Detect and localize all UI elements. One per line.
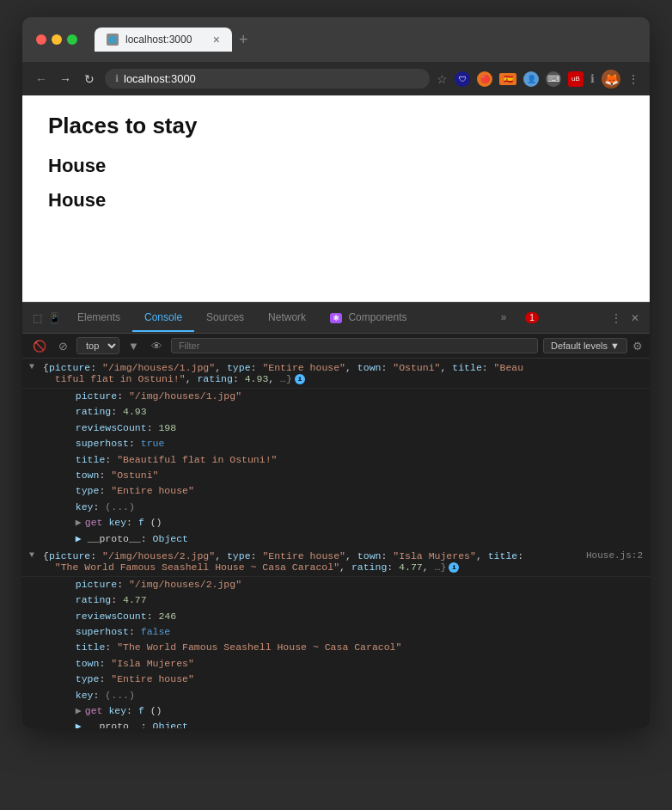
levels-chevron-icon: ▼: [610, 341, 620, 351]
shield-icon[interactable]: 🛡: [455, 71, 470, 87]
ublock-icon[interactable]: uB: [568, 71, 583, 87]
devtools-panel: ⬚ 📱 Elements Console Sources Network ⚛ C…: [22, 302, 650, 728]
more-options-icon[interactable]: ⋮: [627, 72, 639, 86]
console-entry-1-text: {picture: "/img/houses/1.jpg", type: "En…: [43, 362, 523, 384]
prop-town-1: town: "Ostuni": [22, 468, 650, 483]
more-tabs-button[interactable]: »: [489, 304, 519, 332]
traffic-lights: [36, 34, 77, 45]
profile-icon[interactable]: 🦊: [602, 70, 620, 89]
get-key-arrow-1[interactable]: ▶: [76, 517, 82, 528]
console-gear-icon[interactable]: ⚙: [632, 340, 643, 353]
address-bar: ← → ↻ ℹ localhost:3000 ☆ 🛡 🔴 🇪🇸 👤 ⌨ uB ℹ…: [22, 62, 650, 95]
info-icon[interactable]: ℹ: [590, 72, 595, 85]
refresh-button[interactable]: ↻: [81, 72, 98, 86]
security-icon: ℹ: [115, 73, 119, 84]
url-bar[interactable]: ℹ localhost:3000: [105, 69, 430, 89]
listing-2: House: [48, 189, 624, 212]
prop-picture-1: picture: "/img/houses/1.jpg": [22, 389, 650, 404]
devtools-close-button[interactable]: ✕: [627, 310, 643, 326]
source-link-2[interactable]: House.js:2: [586, 550, 643, 561]
prop-superhost-1: superhost: true: [22, 436, 650, 451]
prop-rating-2: rating: 4.77: [22, 592, 650, 608]
prop-key-1: key: (...): [22, 500, 650, 515]
minimize-button[interactable]: [52, 34, 62, 45]
device-toolbar-icon[interactable]: 📱: [46, 310, 62, 326]
components-icon: ⚛: [330, 313, 342, 323]
console-output: {picture: "/img/houses/1.jpg", type: "En…: [22, 359, 650, 728]
info-badge-1: i: [295, 374, 305, 384]
prop-key-2: key: (...): [22, 688, 650, 703]
tab-network[interactable]: Network: [256, 304, 318, 332]
prop-type-2: type: "Entire house": [22, 672, 650, 687]
console-entry-2-text: {picture: "/img/houses/2.jpg", type: "En…: [43, 550, 523, 573]
bookmark-icon[interactable]: ☆: [437, 72, 448, 86]
close-button[interactable]: [36, 34, 46, 45]
back-button[interactable]: ←: [33, 72, 50, 86]
extension-icon-2[interactable]: 🇪🇸: [499, 73, 516, 85]
page-content: Places to stay House House ⚡: [22, 95, 650, 302]
console-eye-icon[interactable]: 👁: [148, 338, 166, 354]
new-tab-button[interactable]: +: [239, 31, 248, 49]
prop-type-1: type: "Entire house": [22, 483, 650, 499]
prop-reviewscount-1: reviewsCount: 198: [22, 420, 650, 436]
tab-elements[interactable]: Elements: [65, 304, 132, 332]
console-toolbar: 🚫 ⊘ top ▼ 👁 Default levels ▼ ⚙: [22, 334, 650, 359]
tab-close-button[interactable]: ×: [213, 33, 220, 46]
maximize-button[interactable]: [67, 34, 77, 45]
get-key-arrow-2[interactable]: ▶: [76, 705, 82, 716]
tab-bar: 🌐 localhost:3000 × +: [95, 28, 636, 52]
page-heading: Places to stay: [48, 113, 624, 139]
browser-toolbar-icons: ☆ 🛡 🔴 🇪🇸 👤 ⌨ uB ℹ 🦊 ⋮: [437, 70, 639, 89]
extension-icon-4[interactable]: ⌨: [546, 71, 561, 87]
url-text: localhost:3000: [124, 72, 196, 85]
prop-picture-2: picture: "/img/houses/2.jpg": [22, 577, 650, 592]
title-bar: 🌐 localhost:3000 × +: [22, 17, 650, 62]
proto-1: ▶ __proto__: Object: [22, 531, 650, 547]
console-filter-input[interactable]: [171, 338, 538, 353]
prop-rating-1: rating: 4.93: [22, 404, 650, 420]
tab-title: localhost:3000: [125, 34, 192, 46]
proto-2: ▶ __proto__: Object: [22, 719, 650, 728]
console-entry-1: {picture: "/img/houses/1.jpg", type: "En…: [22, 359, 650, 389]
context-selector[interactable]: top: [76, 337, 119, 354]
browser-window: 🌐 localhost:3000 × + ← → ↻ ℹ localhost:3…: [22, 17, 650, 728]
expand-arrow-1[interactable]: [29, 362, 34, 371]
context-chevron-icon[interactable]: ▼: [125, 338, 143, 354]
prop-superhost-2: superhost: false: [22, 624, 650, 640]
expand-arrow-2[interactable]: [29, 550, 34, 560]
prop-title-2: title: "The World Famous Seashell House …: [22, 640, 650, 655]
tab-console[interactable]: Console: [132, 304, 194, 332]
inspect-element-icon[interactable]: ⬚: [29, 310, 45, 326]
info-badge-2: i: [449, 562, 459, 573]
error-badge: 1: [525, 312, 539, 323]
prop-reviewscount-2: reviewsCount: 246: [22, 609, 650, 624]
tab-favicon: 🌐: [107, 34, 119, 46]
devtools-more-options[interactable]: ⋮: [608, 310, 624, 326]
extension-icon-1[interactable]: 🔴: [477, 71, 492, 87]
tab-sources[interactable]: Sources: [194, 304, 256, 332]
clear-console-icon[interactable]: 🚫: [29, 338, 50, 354]
log-levels-dropdown[interactable]: Default levels ▼: [543, 338, 627, 353]
get-key-2: ▶get key: f (): [22, 703, 650, 719]
console-entry-2: House.js:2 {picture: "/img/houses/2.jpg"…: [22, 547, 650, 577]
listing-1: House: [48, 155, 624, 177]
tab-components[interactable]: ⚛ Components: [318, 304, 418, 332]
prop-title-1: title: "Beautiful flat in Ostuni!": [22, 452, 650, 468]
forward-button[interactable]: →: [57, 72, 74, 86]
console-settings-icon[interactable]: ⊘: [55, 338, 71, 354]
extension-icon-3[interactable]: 👤: [523, 71, 539, 87]
browser-tab[interactable]: 🌐 localhost:3000 ×: [95, 28, 232, 52]
devtools-tab-bar: ⬚ 📱 Elements Console Sources Network ⚛ C…: [22, 303, 650, 334]
get-key-1: ▶get key: f (): [22, 515, 650, 531]
prop-town-2: town: "Isla Mujeres": [22, 656, 650, 672]
devtools-left-icons: ⬚ 📱: [29, 310, 62, 326]
